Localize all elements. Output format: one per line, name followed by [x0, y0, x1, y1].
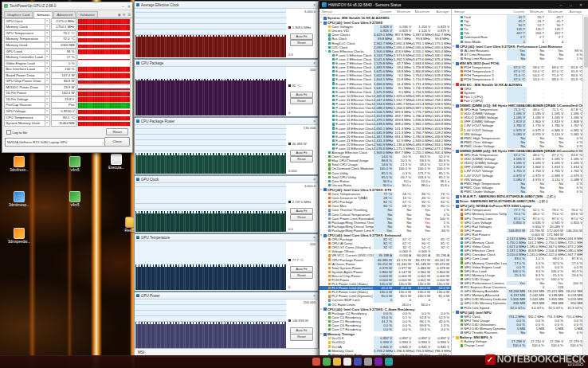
desktop-icon-executa[interactable]: Executa... [102, 154, 131, 170]
value-maximum: No [546, 144, 565, 148]
expand-icon[interactable]: › [457, 331, 460, 335]
close-icon[interactable]: × [313, 236, 316, 240]
taskbar-app-icon-2[interactable] [323, 358, 331, 366]
sensor-icon [328, 242, 331, 245]
auto-fit-button[interactable]: Auto Fit [290, 33, 313, 41]
hwinfo-titlebar[interactable]: HWiNFO® 64 v8.32-5840 - Sensors Status ─… [319, 1, 588, 9]
expand-icon[interactable]: › [324, 327, 327, 331]
column-header-average[interactable]: Average [564, 10, 583, 14]
gpuz-sensor-row[interactable]: System Memory Used▾15464 MB [4, 120, 131, 127]
close-icon[interactable]: ✕ [127, 4, 131, 9]
sensor-row[interactable]: Gear Mode224 [452, 40, 584, 44]
graph-titlebar[interactable]: CPU Package× [135, 60, 318, 67]
taskbar-app-icon-3[interactable] [333, 358, 341, 366]
sensor-row[interactable]: ›OC Ratio Limits26.0 x90.0 x [319, 303, 451, 307]
sensor-icon [328, 213, 331, 215]
desktop-icon-3dmtimesp[interactable]: 3dmtimesp... [5, 191, 33, 207]
system-tray[interactable]: ∧ ≋ ♪ 11/1/2025 [566, 358, 583, 366]
column-header-sensor[interactable]: Sensor [320, 10, 373, 14]
taskbar-app-icon-6[interactable] [364, 358, 372, 366]
expand-icon[interactable]: › [324, 303, 327, 307]
minimize-icon[interactable]: – [122, 4, 124, 9]
reset-button[interactable]: Reset [290, 214, 313, 221]
auto-fit-button[interactable]: Auto Fit [290, 208, 313, 215]
close-button[interactable]: Close [104, 137, 130, 147]
column-header-current[interactable]: Current [373, 10, 393, 14]
column-header-maximum[interactable]: Maximum [412, 10, 431, 14]
graph-titlebar[interactable]: Average Effective Clock× [135, 2, 318, 9]
taskbar-app-icon-5[interactable] [354, 358, 362, 366]
column-header-current[interactable]: Current [506, 10, 526, 14]
auto-fit-button[interactable]: Auto Fit [290, 150, 313, 157]
taskbar-app-icon-1[interactable] [312, 358, 320, 366]
gear-icon[interactable]: ⚙ [123, 13, 126, 17]
graph-titlebar[interactable]: CPU Package Power× [135, 118, 318, 125]
sensor-icon [461, 36, 463, 38]
chevron-down-icon[interactable]: ▾ [45, 120, 50, 127]
sensor-row[interactable]: PMIC Under VoltageNoNoNo0 % [452, 190, 584, 194]
taskbar-app-icon-8[interactable] [385, 358, 393, 366]
tab-sensors[interactable]: Sensors [33, 11, 53, 18]
sensor-row[interactable]: Charge Level100.0 %100.0 %100.0 %100.0 % [452, 343, 584, 347]
sensor-row[interactable]: ›Core C7 Residency0.0 %0.0 %19.4 %0.0 % [319, 327, 451, 331]
sensor-row[interactable]: Package/Ring Power Limit ExceededYesNoYe… [319, 229, 451, 233]
sensor-row[interactable]: ›Ring Limit ReasonsNoNoYes1 % [452, 57, 584, 61]
graph-titlebar[interactable]: GPU Power× [135, 292, 318, 299]
sensor-icon [328, 197, 331, 199]
desktop-icon-3dmfirestr[interactable]: 3dmfirestr... [5, 156, 33, 172]
desktop-icon-3dmspeedw[interactable]: 3dmspeedw... [5, 228, 33, 244]
gpu-select-dropdown[interactable]: NVIDIA GeForce RTX 5090 Laptop GPU ⌄ [5, 138, 107, 147]
menu-icon[interactable]: ☰ [127, 13, 131, 17]
expand-icon[interactable]: › [319, 16, 323, 20]
graph-current: 146.859 W [288, 319, 308, 323]
reset-button[interactable]: Reset [290, 156, 313, 163]
gpuz-titlebar[interactable]: TechPowerUp GPU-Z 2.68.0 – ✕ [2, 2, 132, 10]
scrollbar-thumb[interactable] [584, 17, 588, 68]
auto-fit-button[interactable]: Auto Fit [290, 266, 313, 273]
column-header-sensor[interactable]: Sensor [453, 10, 506, 14]
tab-advanced[interactable]: Advanced [53, 11, 76, 18]
taskbar-app-icon-4[interactable] [343, 358, 351, 366]
graph-titlebar[interactable]: GPU Clock× [135, 176, 318, 183]
reset-button[interactable]: Reset [290, 40, 313, 47]
close-icon[interactable]: × [313, 294, 316, 298]
sensor-group-header[interactable]: ›System: MSI Stealth 16 HX AI A2XWIG [319, 16, 451, 20]
sensor-row[interactable]: Fan 2 (GPU)---- [452, 99, 584, 103]
sensor-row[interactable]: PMIC Under VoltageNoNoNo0 % [452, 144, 584, 148]
window-controls[interactable]: ─ □ ✕ [559, 3, 586, 7]
sensor-row[interactable]: PCH Temperature 467.0 °C53.0 °C68.0 °C65… [452, 77, 584, 81]
sensor-group-header[interactable]: ›S.M.A.R.T.: SAMSUNG MZVL81T0HDLB-00B07 … [452, 194, 584, 198]
close-icon[interactable]: × [313, 119, 316, 123]
taskbar-app-icon-7[interactable] [374, 358, 382, 366]
tab-graphics-card[interactable]: Graphics Card [4, 11, 33, 18]
expand-icon[interactable]: › [452, 194, 455, 198]
sensor-row[interactable]: Uncore Ratio30.0 x30.0 x38.0 x31.8 x [319, 183, 451, 187]
expand-icon[interactable]: › [457, 57, 460, 61]
sensor-label: Charge Level [452, 343, 507, 347]
close-icon[interactable]: × [313, 61, 316, 65]
close-icon[interactable]: × [313, 3, 316, 7]
column-header-minimum[interactable]: Minimum [393, 10, 412, 14]
auto-fit-button[interactable]: Auto Fit [290, 92, 313, 99]
graph-titlebar[interactable]: GPU Temperature× [135, 234, 318, 241]
scrollbar[interactable] [582, 14, 588, 357]
desktop-icon-v4m5[interactable]: v4m5 [61, 191, 89, 207]
log-to-file-checkbox[interactable]: Log to file [6, 130, 27, 135]
tab-validation[interactable]: Validation [76, 11, 98, 18]
taskbar-date[interactable]: 11/1/2025 [567, 362, 583, 366]
checkbox-icon[interactable] [6, 130, 11, 135]
camera-icon[interactable]: ◉ [118, 13, 121, 17]
reset-button[interactable]: Reset [106, 128, 128, 135]
sensor-row[interactable]: PCIe Link Speed32.0 GT/s3.0 GT/s32.0 GT/… [452, 306, 584, 310]
desktop-icon-v4m5[interactable]: v4m5 [61, 156, 89, 172]
reset-button[interactable]: Reset [290, 334, 313, 341]
sensor-row[interactable]: ›NPU Throttle ReasonsNoNoNo0 % [452, 331, 584, 335]
expand-icon[interactable]: › [452, 199, 455, 203]
column-header-average[interactable]: Average [431, 10, 450, 14]
column-header-minimum[interactable]: Minimum [526, 10, 545, 14]
column-header-maximum[interactable]: Maximum [545, 10, 564, 14]
reset-button[interactable]: Reset [290, 272, 313, 280]
reset-button[interactable]: Reset [290, 98, 313, 105]
sensor-group-header[interactable]: ›Drive: SAMSUNG MZVL81T0HDLB-00B07 [S/N:… [452, 199, 584, 203]
close-icon[interactable]: × [313, 178, 316, 182]
